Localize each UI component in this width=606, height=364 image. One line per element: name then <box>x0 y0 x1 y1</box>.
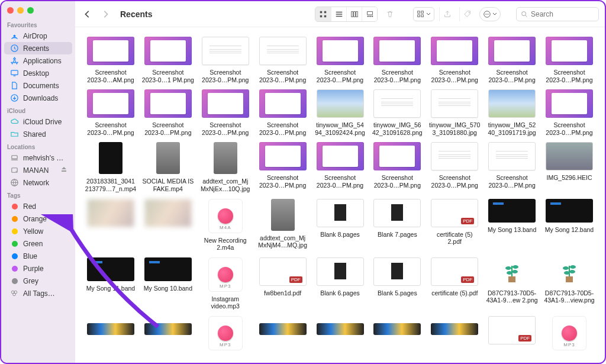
minimize-window-button[interactable] <box>17 7 24 14</box>
file-grid-scroll[interactable]: Screenshot2023-0…AM.pngScreenshot2023-0…… <box>75 27 605 363</box>
sidebar-item-green[interactable]: Green <box>4 237 72 250</box>
sidebar-item-icloud-drive[interactable]: iCloud Drive <box>4 115 72 128</box>
file-item[interactable]: addtext_com_MjMxNjM4…MQ.jpg <box>254 199 311 252</box>
sidebar-item-yellow[interactable]: Yellow <box>4 225 72 237</box>
file-item[interactable]: Screenshot2023-0…1 PM.png <box>140 37 196 83</box>
sidebar-item-label: Green <box>23 240 67 248</box>
file-item[interactable]: Blank 7.pages <box>369 199 426 252</box>
file-item[interactable]: Screenshot2023-0…PM.png <box>197 89 254 136</box>
file-item[interactable]: Screenshot2023-0…PM.png <box>426 37 483 83</box>
group-by-button[interactable] <box>413 7 434 21</box>
file-item[interactable]: Screenshot2023-0…PM.png <box>254 89 311 136</box>
file-item[interactable]: Blank 8.pages <box>312 199 369 252</box>
file-item[interactable]: PDFfw8ben1d.pdf <box>254 257 311 310</box>
file-item[interactable]: Screenshot2023-0…PM.png <box>483 142 540 192</box>
file-item[interactable] <box>426 316 483 354</box>
file-item[interactable] <box>369 316 426 354</box>
file-item[interactable]: Screenshot2023-0…PM.png <box>369 142 426 192</box>
file-item[interactable]: MP3 <box>197 316 254 354</box>
file-item[interactable]: SOCIAL MEDIA ISFAKE.mp4 <box>140 142 196 192</box>
file-item[interactable]: MP3Instagramvideo.mp3 <box>197 257 254 310</box>
search-input[interactable] <box>531 10 590 18</box>
file-item[interactable]: tinywow_IMG_5703_31091880.jpg <box>426 89 483 136</box>
file-item[interactable] <box>82 199 139 252</box>
eject-icon[interactable] <box>60 166 67 175</box>
svg-point-6 <box>16 171 17 172</box>
search-field[interactable] <box>516 7 599 21</box>
file-item[interactable]: PDF <box>483 316 540 354</box>
file-item[interactable]: Screenshot2023-0…PM.png <box>254 37 311 83</box>
fullscreen-window-button[interactable] <box>27 7 34 14</box>
forward-button[interactable] <box>99 5 112 23</box>
sidebar-item-grey[interactable]: Grey <box>4 275 72 287</box>
sidebar-item-recents[interactable]: Recents <box>4 42 72 54</box>
file-item[interactable]: PDFcertificate (5)2.pdf <box>426 199 483 252</box>
gallery-view-button[interactable] <box>362 7 377 21</box>
file-item[interactable]: Screenshot2023-0…PM.png <box>312 37 369 83</box>
file-item[interactable]: tinywow_IMG_5642_31091628.png <box>369 89 426 136</box>
icon-view-button[interactable] <box>315 7 331 21</box>
sidebar-item-blue[interactable]: Blue <box>4 250 72 262</box>
file-item[interactable] <box>140 316 196 354</box>
file-item[interactable]: Screenshot2023-0…PM.png <box>426 142 483 192</box>
file-name: Screenshot2023-0…PM.png <box>541 121 597 136</box>
sidebar-item-red[interactable]: Red <box>4 200 72 212</box>
sidebar-item-orange[interactable]: Orange <box>4 212 72 225</box>
file-item[interactable]: D87C7913-70D5-43A1-9…ew 2.png <box>483 257 540 310</box>
file-item[interactable]: My Song 12.band <box>541 199 598 252</box>
trash-button[interactable] <box>382 7 398 21</box>
sidebar-item-airdrop[interactable]: AirDrop <box>4 30 72 42</box>
file-item[interactable]: MP3 <box>541 316 598 354</box>
file-name: Blank 7.pages <box>369 231 425 239</box>
file-item[interactable]: IMG_5296.HEIC <box>541 142 598 192</box>
close-window-button[interactable] <box>7 7 14 14</box>
file-item[interactable]: Screenshot2023-0…PM.png <box>541 37 598 83</box>
file-item[interactable] <box>312 316 369 354</box>
sidebar: Favourites AirDropRecentsApplicationsDes… <box>1 1 75 363</box>
svg-point-39 <box>570 265 576 269</box>
svg-rect-18 <box>367 11 372 14</box>
file-item[interactable]: PDFcertificate (5).pdf <box>426 257 483 310</box>
tag-button[interactable] <box>459 7 475 21</box>
file-item[interactable]: Screenshot2023-0…PM.png <box>483 37 540 83</box>
file-item[interactable]: Screenshot2023-0…PM.png <box>254 142 311 192</box>
file-item[interactable]: My Song 11.band <box>82 257 139 310</box>
sidebar-item-applications[interactable]: Applications <box>4 54 72 67</box>
file-item[interactable]: Screenshot2023-0…PM.png <box>312 142 369 192</box>
file-item[interactable]: Screenshot2023-0…PM.png <box>197 37 254 83</box>
file-item[interactable]: Screenshot2023-0…PM.png <box>82 89 139 136</box>
sidebar-item-documents[interactable]: Documents <box>4 79 72 92</box>
file-item[interactable] <box>82 316 139 354</box>
column-view-button[interactable] <box>346 7 362 21</box>
sidebar-item-desktop[interactable]: Desktop <box>4 67 72 79</box>
sidebar-item-downloads[interactable]: Downloads <box>4 92 72 104</box>
file-item[interactable] <box>140 199 196 252</box>
sidebar-item-all-tags[interactable]: All Tags… <box>4 287 72 299</box>
sidebar-item-network[interactable]: Network <box>4 176 72 189</box>
file-item[interactable]: tinywow_IMG_5494_31092424.png <box>312 89 369 136</box>
file-item[interactable]: Screenshot2023-0…AM.png <box>82 37 139 83</box>
file-item[interactable]: Screenshot2023-0…PM.png <box>369 37 426 83</box>
file-item[interactable]: My Song 13.band <box>483 199 540 252</box>
file-item[interactable]: D87C7913-70D5-43A1-9…view.png <box>541 257 598 310</box>
file-name: Screenshot2023-0…PM.png <box>541 69 597 83</box>
file-item[interactable]: 203183381_3041213779…7_n.mp4 <box>82 142 139 192</box>
sidebar-item-purple[interactable]: Purple <box>4 262 72 275</box>
file-thumbnail <box>373 257 421 286</box>
file-item[interactable]: tinywow_IMG_5240_31091719.jpg <box>483 89 540 136</box>
file-item[interactable]: M4ANew Recording2.m4a <box>197 199 254 252</box>
file-item[interactable] <box>254 316 311 354</box>
file-item[interactable]: Blank 5.pages <box>369 257 426 310</box>
file-item[interactable]: My Song 10.band <box>140 257 196 310</box>
more-actions-button[interactable] <box>479 7 501 21</box>
sidebar-item-shared[interactable]: Shared <box>4 128 72 140</box>
file-item[interactable]: addtext_com_MjMxNjEx…10Q.jpg <box>197 142 254 192</box>
file-item[interactable]: Screenshot2023-0…PM.png <box>140 89 196 136</box>
sidebar-item-manan[interactable]: MANAN <box>4 164 72 176</box>
list-view-button[interactable] <box>331 7 346 21</box>
file-item[interactable]: Screenshot2023-0…PM.png <box>541 89 598 136</box>
back-button[interactable] <box>81 5 94 23</box>
sidebar-item-mehvish-s-m-[interactable]: mehvish's M… <box>4 152 72 164</box>
share-button[interactable] <box>439 7 454 21</box>
file-item[interactable]: Blank 6.pages <box>312 257 369 310</box>
